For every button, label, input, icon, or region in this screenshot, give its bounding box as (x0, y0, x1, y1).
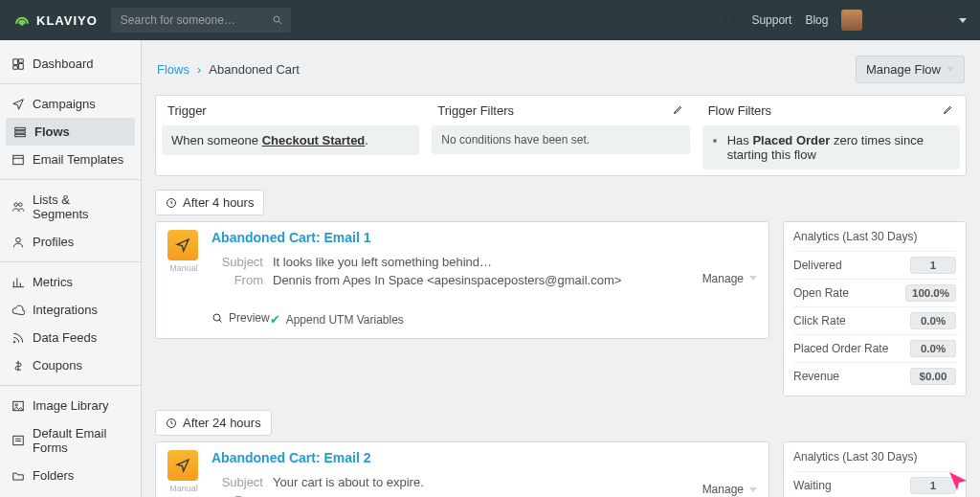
analytics-row: Open Rate100.0% (793, 279, 956, 306)
check-icon: ✔ (270, 312, 280, 327)
manage-flow-button[interactable]: Manage Flow (856, 56, 965, 83)
account-name: Apes In Space (870, 13, 951, 28)
account-menu[interactable]: Apes In Space (841, 10, 967, 31)
stat-badge: 0.0% (910, 312, 956, 329)
people-icon (11, 200, 25, 214)
sidebar-item-data-feeds[interactable]: Data Feeds (0, 324, 141, 351)
svg-rect-3 (15, 130, 26, 132)
support-link[interactable]: Support (751, 13, 791, 27)
metrics-icon (11, 276, 25, 289)
delay-pill[interactable]: After 4 hours (155, 190, 264, 215)
search-input[interactable] (119, 12, 266, 28)
preview-button[interactable]: Preview (212, 311, 270, 325)
form-icon (11, 434, 25, 447)
sidebar: DashboardCampaignsFlowsEmail TemplatesLi… (0, 40, 142, 497)
breadcrumb-root[interactable]: Flows (157, 62, 189, 77)
mode-label: Manual (167, 484, 200, 493)
sidebar-item-label: Dashboard (33, 56, 94, 71)
mode-label: Manual (167, 263, 200, 273)
flow-filters-header: Flow Filters (708, 103, 771, 118)
blog-link[interactable]: Blog (805, 13, 828, 27)
avatar (841, 10, 862, 31)
svg-rect-12 (13, 436, 24, 444)
chevron-down-icon (749, 276, 757, 281)
send-icon (167, 230, 198, 260)
sidebar-item-coupons[interactable]: Coupons (0, 351, 141, 379)
page-title: Abandoned Cart (209, 62, 300, 77)
analytics-card: Analytics (Last 30 Days)Delivered1Open R… (783, 221, 967, 396)
pencil-icon[interactable] (673, 103, 684, 118)
pencil-icon[interactable] (943, 103, 954, 118)
breadcrumb: Flows › Abandoned Cart (157, 62, 300, 77)
email-subject: It looks like you left something behind… (273, 255, 691, 269)
sidebar-item-metrics[interactable]: Metrics (0, 268, 141, 296)
svg-point-7 (19, 203, 22, 207)
sidebar-item-email-templates[interactable]: Email Templates (0, 146, 141, 173)
delay-pill[interactable]: After 24 hours (155, 410, 272, 436)
sidebar-item-flows[interactable]: Flows (6, 118, 135, 146)
analytics-row: Revenue$0.00 (793, 362, 956, 390)
feed-icon (11, 331, 25, 345)
sidebar-item-label: Lists & Segments (33, 192, 129, 221)
clock-icon (166, 197, 177, 209)
sidebar-item-default-email-forms[interactable]: Default Email Forms (0, 419, 141, 462)
trigger-body[interactable]: When someone Checkout Started. (162, 125, 419, 155)
sidebar-item-dashboard[interactable]: Dashboard (0, 50, 141, 78)
cloud-icon (11, 304, 25, 317)
manage-email-button[interactable]: Manage (702, 230, 757, 327)
sidebar-item-label: Email Templates (33, 152, 123, 167)
utm-toggle[interactable]: ✔Append UTM Variables (270, 312, 404, 327)
svg-point-0 (21, 23, 23, 25)
svg-point-8 (16, 237, 21, 242)
brand-logo[interactable]: KLAVIYO (13, 11, 98, 29)
image-icon (11, 399, 25, 413)
sidebar-item-label: Default Email Forms (33, 426, 129, 455)
analytics-row: Click Rate0.0% (793, 306, 956, 334)
dashboard-icon (11, 57, 25, 71)
sidebar-item-lists-segments[interactable]: Lists & Segments (0, 186, 141, 228)
email-card: ManualAbandoned Cart: Email 2SubjectYour… (155, 441, 769, 497)
svg-rect-4 (15, 134, 26, 136)
clock-icon (166, 418, 177, 429)
analytics-title: Analytics (Last 30 Days) (793, 450, 956, 463)
email-title[interactable]: Abandoned Cart: Email 2 (212, 450, 370, 465)
sidebar-item-profiles[interactable]: Profiles (0, 228, 141, 256)
sidebar-item-integrations[interactable]: Integrations (0, 296, 141, 324)
notifications-icon[interactable] (723, 11, 738, 30)
sidebar-item-label: Coupons (33, 358, 82, 373)
chevron-down-icon (959, 18, 967, 23)
trigger-header: Trigger (167, 103, 207, 118)
global-search[interactable] (111, 8, 291, 33)
trigger-filters-body[interactable]: No conditions have been set. (432, 125, 689, 154)
flow-filters-body[interactable]: Has Placed Order zero times since starti… (702, 125, 960, 169)
chevron-down-icon (749, 487, 757, 492)
sidebar-item-image-library[interactable]: Image Library (0, 392, 141, 419)
svg-point-6 (14, 203, 17, 207)
email-subject: Your cart is about to expire. (273, 475, 691, 489)
analytics-row: Waiting1 (793, 471, 956, 497)
sidebar-item-label: Image Library (33, 398, 108, 413)
send-icon (11, 98, 25, 111)
stat-badge: 1 (910, 257, 956, 274)
topbar: KLAVIYO Support Blog Apes In Space (0, 0, 980, 40)
stat-badge: 0.0% (910, 340, 956, 357)
sidebar-item-label: Data Feeds (33, 330, 97, 345)
manage-email-button[interactable]: Manage (702, 450, 757, 497)
stat-badge: $0.00 (910, 368, 956, 385)
svg-rect-2 (15, 127, 26, 129)
main: Flows › Abandoned Cart Manage Flow Trigg… (142, 40, 980, 497)
svg-point-9 (13, 341, 15, 343)
svg-rect-5 (13, 155, 24, 164)
stat-badge: 100.0% (905, 284, 956, 302)
analytics-card: Analytics (Last 30 Days)Waiting1Needs Re… (783, 441, 967, 497)
sidebar-item-folders[interactable]: Folders (0, 462, 141, 489)
search-icon (272, 14, 283, 26)
analytics-row: Placed Order Rate0.0% (793, 334, 956, 362)
sidebar-item-campaigns[interactable]: Campaigns (0, 90, 141, 118)
analytics-row: Delivered1 (793, 251, 956, 279)
email-from: Dennis from Apes In Space <apesinspacepo… (273, 273, 691, 287)
cursor-arrow-icon (947, 469, 969, 495)
email-from (273, 493, 691, 497)
email-title[interactable]: Abandoned Cart: Email 1 (212, 230, 370, 245)
trigger-filters-header: Trigger Filters (437, 103, 514, 118)
